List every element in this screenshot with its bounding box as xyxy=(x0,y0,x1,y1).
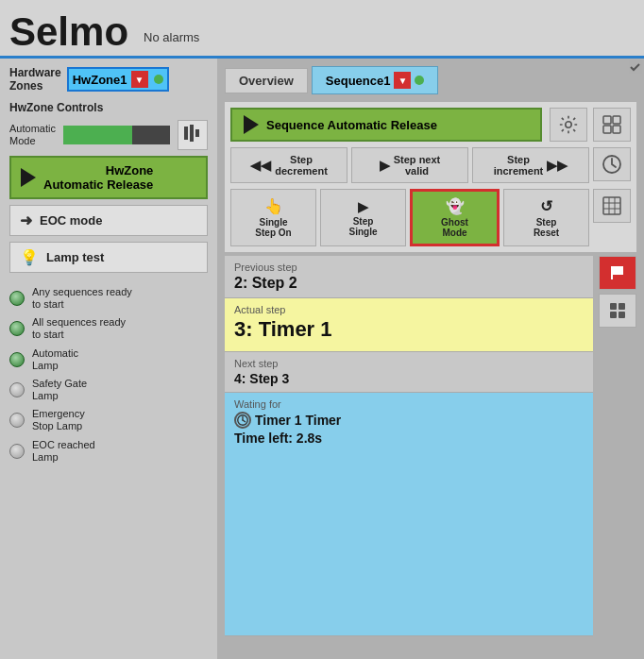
svg-point-3 xyxy=(566,122,571,127)
step-decrement-arrow: ◀◀ xyxy=(250,158,271,173)
play-icon xyxy=(21,168,36,187)
grid-icon-button[interactable] xyxy=(593,108,631,142)
auto-mode-bar xyxy=(63,126,170,144)
step-reset-label: Step Reset xyxy=(534,217,559,238)
step-buttons-row: ◀◀ Step decrement ▶ Step next valid Step… xyxy=(230,147,589,183)
actual-step-value: 3: Timer 1 xyxy=(234,317,584,342)
hw-auto-release-button[interactable]: HwZone Automatic Release xyxy=(9,156,208,199)
svg-rect-6 xyxy=(613,116,620,124)
header: Selmo No alarms xyxy=(0,0,644,59)
status-dot-auto-lamp xyxy=(9,352,25,367)
hw-zone-select[interactable]: HwZone1 ▼ xyxy=(67,67,169,92)
status-item-emergency-stop: Emergency Stop Lamp xyxy=(9,408,208,432)
step-areas: Previous step 2: Step 2 Actual step 3: T… xyxy=(225,256,636,636)
clock-icon-button[interactable] xyxy=(593,147,631,181)
mode-display-btn[interactable] xyxy=(178,120,208,150)
step-next-valid-button[interactable]: ▶ Step next valid xyxy=(351,147,468,183)
ghost-mode-label: Ghost Mode xyxy=(441,217,468,238)
status-dot-safety-gate xyxy=(9,382,25,397)
seq-auto-release-button[interactable]: Sequence Automatic Release xyxy=(230,108,542,142)
status-label-safety-gate: Safety Gate Lamp xyxy=(32,378,87,402)
svg-rect-8 xyxy=(613,126,620,133)
hw-zones-label: Hardware Zones xyxy=(9,66,61,93)
status-label-all-sequences: All sequences ready to start xyxy=(32,316,126,341)
tab-sequence1-label: Sequence1 xyxy=(326,74,391,88)
step-btns-with-icons: ◀◀ Step decrement ▶ Step next valid Step… xyxy=(230,147,631,183)
right-panel: Overview Sequence1 ▼ Sequence Automatic … xyxy=(217,59,644,659)
step-reset-button[interactable]: ↺ Step Reset xyxy=(503,189,589,246)
step-single-label: Step Single xyxy=(348,216,377,237)
table-icon-button[interactable] xyxy=(593,189,631,223)
tab-sequence1-status-dot xyxy=(415,76,424,85)
status-label-emergency-stop: Emergency Stop Lamp xyxy=(32,408,85,432)
svg-rect-20 xyxy=(619,312,625,318)
hwzone-controls-label: HwZone Controls xyxy=(9,101,208,114)
seq-auto-release-label: Sequence Automatic Release xyxy=(266,118,437,132)
actual-step-title: Actual step xyxy=(234,304,584,315)
right-panel-icons xyxy=(599,256,636,328)
svg-rect-18 xyxy=(619,303,625,310)
eoc-mode-button[interactable]: ➜ EOC mode xyxy=(9,205,208,236)
svg-rect-10 xyxy=(603,197,620,214)
auto-mode-label: Automatic Mode xyxy=(9,123,56,147)
app-logo: Selmo xyxy=(9,12,128,52)
svg-rect-19 xyxy=(610,312,617,318)
ghost-mode-button[interactable]: 👻 Ghost Mode xyxy=(410,189,500,246)
bottom-bar xyxy=(225,636,636,651)
eoc-mode-label: EOC mode xyxy=(40,213,102,228)
svg-rect-17 xyxy=(610,303,617,310)
step-reset-icon: ↺ xyxy=(540,197,552,215)
single-step-on-button[interactable]: 👆 Single Step On xyxy=(230,189,316,246)
step-next-valid-arrow: ▶ xyxy=(380,158,390,173)
main-layout: Hardware Zones HwZone1 ▼ HwZone Controls… xyxy=(0,59,644,659)
status-item-safety-gate: Safety Gate Lamp xyxy=(9,378,208,402)
flag-icon-button[interactable] xyxy=(599,256,636,290)
auto-mode-green xyxy=(63,126,133,144)
status-item-any-sequences: Any sequences ready to start xyxy=(9,286,208,311)
seq-icons-right xyxy=(550,108,631,142)
single-step-on-label: Single Step On xyxy=(255,217,291,238)
settings-icon-button[interactable] xyxy=(550,108,587,142)
status-list: Any sequences ready to start All sequenc… xyxy=(9,286,208,464)
sidebar: Hardware Zones HwZone1 ▼ HwZone Controls… xyxy=(0,59,217,659)
timer-icon xyxy=(234,412,251,429)
mode-btns-with-icons: 👆 Single Step On ▶ Step Single 👻 Ghost M… xyxy=(230,189,631,246)
status-label-auto-lamp: Automatic Lamp xyxy=(32,347,78,372)
tab-bar: Overview Sequence1 ▼ xyxy=(225,66,636,94)
next-step-value: 4: Step 3 xyxy=(234,371,584,386)
step-single-button[interactable]: ▶ Step Single xyxy=(320,189,406,246)
previous-step-value: 2: Step 2 xyxy=(234,275,584,292)
status-item-auto-lamp: Automatic Lamp xyxy=(9,347,208,372)
waiting-item-label: Timer 1 Timer xyxy=(255,413,341,428)
step-decrement-button[interactable]: ◀◀ Step decrement xyxy=(230,147,347,183)
lamp-test-label: Lamp test xyxy=(46,250,104,264)
waiting-item: Timer 1 Timer xyxy=(234,412,584,429)
svg-rect-7 xyxy=(603,126,611,133)
svg-rect-0 xyxy=(184,127,188,140)
hw-zone-dropdown-btn[interactable]: ▼ xyxy=(131,71,148,88)
lamp-test-button[interactable]: 💡 Lamp test xyxy=(9,242,208,273)
waiting-title: Wating for xyxy=(234,398,584,410)
seq-top-row: Sequence Automatic Release xyxy=(230,108,631,142)
status-dot-all-sequences xyxy=(9,321,25,336)
hw-auto-release-label: HwZone Automatic Release xyxy=(43,163,153,192)
step-next-valid-label: Step next valid xyxy=(394,154,441,177)
status-item-all-sequences: All sequences ready to start xyxy=(9,316,208,341)
layout-icon-button[interactable] xyxy=(599,294,636,328)
svg-rect-1 xyxy=(190,125,194,142)
step-increment-button[interactable]: Step increment ▶▶ xyxy=(472,147,589,183)
sequence-controls: Sequence Automatic Release xyxy=(225,102,636,252)
hw-zone-value: HwZone1 xyxy=(73,73,127,87)
tab-overview[interactable]: Overview xyxy=(225,68,308,93)
tab-sequence1[interactable]: Sequence1 ▼ xyxy=(312,66,439,94)
tab-sequence1-dropdown[interactable]: ▼ xyxy=(394,72,411,89)
status-dot-emergency-stop xyxy=(9,413,25,428)
step-single-arrow-icon: ▶ xyxy=(358,199,368,214)
status-dot-eoc-reached xyxy=(9,444,25,459)
ghost-icon: 👻 xyxy=(446,197,465,215)
status-label-eoc-reached: EOC reached Lamp xyxy=(32,439,95,464)
hw-zone-status-dot xyxy=(154,75,163,84)
svg-rect-5 xyxy=(603,116,611,124)
next-step-title: Next step xyxy=(234,358,584,369)
time-left: Time left: 2.8s xyxy=(234,431,584,446)
